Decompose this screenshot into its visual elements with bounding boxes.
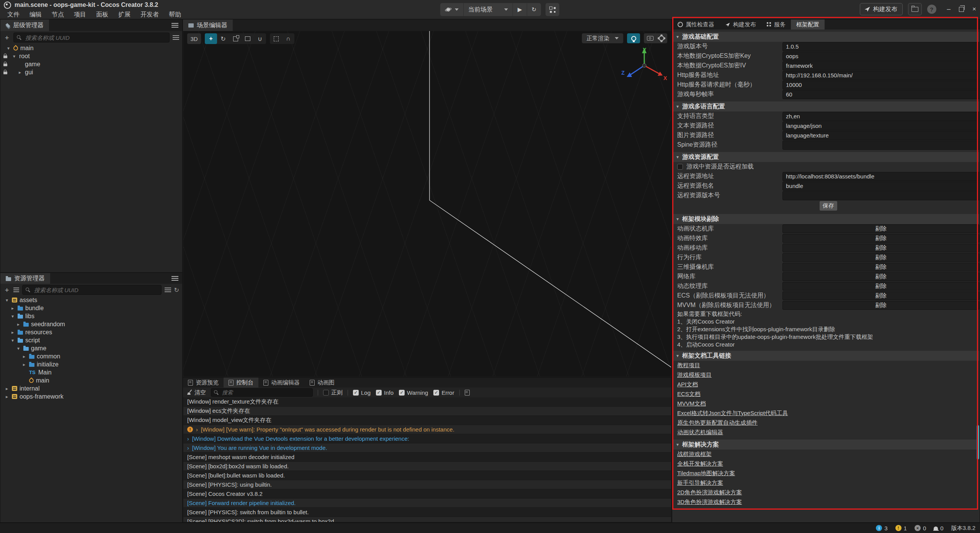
tree-arrow-icon[interactable]: ▾: [10, 338, 15, 343]
remote-load-checkbox[interactable]: 游戏中资源是否远程加载: [677, 163, 754, 171]
log-row[interactable]: ›[Window] You are running Vue in develop…: [183, 443, 671, 453]
panel-menu-icon[interactable]: [172, 23, 178, 28]
config-input[interactable]: [782, 71, 979, 80]
remove-module-button[interactable]: 剔除: [782, 282, 979, 291]
config-input[interactable]: [782, 141, 979, 150]
scrollbar-thumb[interactable]: [977, 425, 979, 459]
menu-item[interactable]: 帮助: [164, 10, 186, 19]
remove-module-button[interactable]: 剔除: [782, 291, 979, 300]
section-header[interactable]: ▾游戏基础配置: [673, 32, 979, 42]
config-input[interactable]: [782, 172, 979, 181]
console-tab-3[interactable]: 动画编辑器: [258, 378, 305, 387]
log-row[interactable]: !›[Window] [Vue warn]: Property "onInput…: [183, 425, 671, 434]
tree-arrow-icon[interactable]: ▸: [17, 70, 23, 75]
save-button[interactable]: 保存: [820, 201, 837, 211]
menu-item[interactable]: 扩展: [113, 10, 136, 19]
filter-info[interactable]: ✓Info: [376, 389, 394, 396]
remove-module-button[interactable]: 剔除: [782, 224, 979, 233]
build-publish-button[interactable]: 构建发布: [860, 3, 903, 15]
config-input[interactable]: [782, 131, 979, 140]
clear-console-button[interactable]: 清空: [187, 389, 206, 396]
menu-item[interactable]: 文件: [2, 10, 24, 19]
remove-module-button[interactable]: 剔除: [782, 263, 979, 271]
pivot-button[interactable]: [270, 33, 282, 44]
open-project-folder-button[interactable]: [908, 3, 922, 15]
tree-arrow-icon[interactable]: ▾: [16, 346, 21, 351]
log-row[interactable]: [Window] model_view文件夹存在: [183, 416, 671, 425]
config-input[interactable]: [782, 42, 979, 51]
menu-item[interactable]: 面板: [91, 10, 113, 19]
scene-viewport[interactable]: Y X Z 3D + ↻ ∪ ∩ 正常渲: [183, 31, 671, 376]
log-row[interactable]: [Window] ecs文件夹存在: [183, 407, 671, 416]
tree-node[interactable]: ▾script: [0, 336, 182, 344]
info-count[interactable]: i 3: [876, 525, 887, 531]
menu-item[interactable]: 编辑: [24, 10, 47, 19]
assets-search[interactable]: [22, 285, 162, 295]
tree-arrow-icon[interactable]: ▸: [10, 306, 15, 311]
tree-node[interactable]: ▾main: [0, 44, 182, 52]
log-row[interactable]: [Scene] [PHYSICS2D]: switch from box2d-w…: [183, 517, 671, 522]
doc-link[interactable]: MVVM文档: [677, 400, 706, 407]
tree-arrow-icon[interactable]: ▸: [10, 330, 15, 335]
gear-icon[interactable]: [659, 36, 664, 41]
doc-link[interactable]: 全栈开发解决方案: [677, 460, 723, 468]
expand-arrow-icon[interactable]: ›: [196, 427, 198, 433]
sort-icon[interactable]: [13, 288, 19, 292]
toggle-3d-button[interactable]: 3D: [187, 33, 201, 44]
doc-link[interactable]: 动画状态机编辑器: [677, 429, 723, 436]
console-search-input[interactable]: [221, 389, 310, 396]
config-input[interactable]: [782, 90, 979, 99]
log-row[interactable]: [Scene] [bullet]:bullet wasm lib loaded.: [183, 471, 671, 480]
expand-arrow-icon[interactable]: ›: [187, 445, 189, 451]
remove-module-button[interactable]: 剔除: [782, 272, 979, 281]
tree-node[interactable]: ▸oops-framework: [0, 392, 182, 401]
config-input[interactable]: [782, 80, 979, 90]
tree-node[interactable]: main: [0, 376, 182, 384]
expand-arrow-icon[interactable]: ›: [187, 436, 189, 442]
tree-node[interactable]: ▸bundle: [0, 304, 182, 312]
rect-tool-button[interactable]: [242, 33, 254, 44]
log-row[interactable]: [Scene] [box2d]:box2d wasm lib loaded.: [183, 462, 671, 471]
config-input[interactable]: [782, 112, 979, 121]
tree-arrow-icon[interactable]: ▾: [10, 314, 15, 319]
doc-link[interactable]: 3D角色扮演游戏解决方案: [677, 499, 742, 506]
hierarchy-search[interactable]: [13, 33, 170, 43]
menu-item[interactable]: 项目: [69, 10, 91, 19]
tree-node[interactable]: ▸resources: [0, 328, 182, 336]
rotate-tool-button[interactable]: ↻: [217, 33, 229, 44]
log-row[interactable]: [Scene] [PHYSICS]: switch from builtin t…: [183, 508, 671, 517]
doc-link[interactable]: API文档: [677, 381, 698, 388]
tree-arrow-icon[interactable]: ▸: [21, 362, 27, 367]
minimize-button[interactable]: –: [947, 5, 951, 13]
scene-select[interactable]: 当前场景: [464, 3, 513, 16]
console-search[interactable]: [211, 388, 313, 397]
preview-qr-button[interactable]: [546, 3, 559, 16]
inspector-tab-1[interactable]: 属性检查器: [672, 20, 720, 29]
config-input[interactable]: [782, 61, 979, 70]
filter-error[interactable]: ✓Error: [433, 389, 454, 396]
tree-arrow-icon[interactable]: ▸: [4, 386, 10, 391]
scene-tab[interactable]: 场景编辑器: [183, 20, 233, 31]
tree-node[interactable]: ▾assets: [0, 296, 182, 304]
doc-link[interactable]: 战棋游戏框架: [677, 451, 712, 458]
filter-icon[interactable]: [173, 35, 179, 40]
orientation-gizmo[interactable]: Y X Z: [620, 46, 670, 87]
filter-warning[interactable]: ✓Warning: [399, 389, 428, 396]
log-file-icon[interactable]: [465, 390, 470, 396]
tree-node[interactable]: ▸seedrandom: [0, 320, 182, 328]
log-row[interactable]: [Scene] meshopt wasm decoder initialized: [183, 453, 671, 462]
assets-tab[interactable]: 资源管理器: [0, 273, 50, 284]
hierarchy-tab[interactable]: 层级管理器: [0, 20, 49, 31]
log-row[interactable]: [Scene] Forward render pipeline initiali…: [183, 499, 671, 508]
doc-link[interactable]: 2D角色扮演游戏解决方案: [677, 489, 742, 496]
notification-count[interactable]: 0: [934, 525, 943, 531]
panel-menu-icon[interactable]: [172, 276, 178, 281]
restore-button[interactable]: [959, 7, 964, 12]
remove-module-button[interactable]: 剔除: [782, 244, 979, 252]
hierarchy-search-input[interactable]: [24, 34, 166, 41]
tree-node[interactable]: ▸initialize: [0, 360, 182, 368]
section-header[interactable]: ▾框架模块剔除: [673, 214, 979, 224]
platform-dropdown[interactable]: [440, 3, 464, 16]
menu-item[interactable]: 节点: [47, 10, 69, 19]
play-button[interactable]: ▶: [513, 3, 527, 16]
